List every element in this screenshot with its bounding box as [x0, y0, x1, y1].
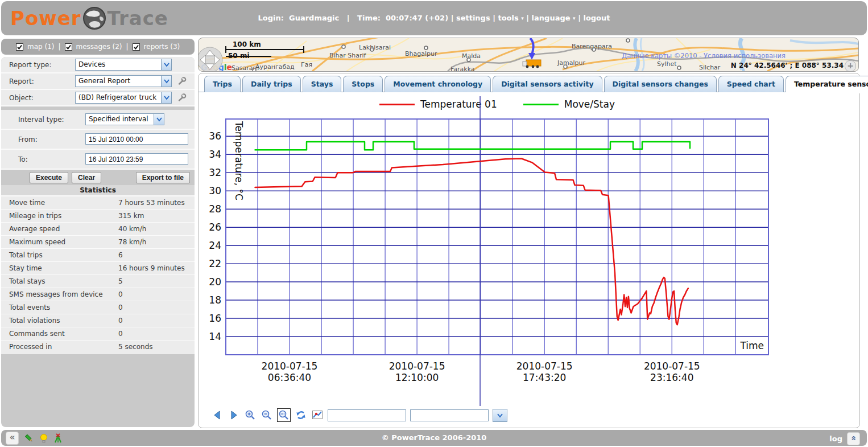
language-link[interactable]: language ▾: [532, 14, 576, 22]
stat-row: Commands sent0: [1, 327, 195, 341]
statistics-title: Statistics: [1, 185, 195, 196]
tab-digital-sensors-activity[interactable]: Digital sensors activity: [493, 76, 602, 92]
stat-value: 7 hours 53 minutes: [118, 199, 185, 207]
legend-label: Temperature 01: [420, 99, 497, 110]
expand-log-button[interactable]: «: [847, 432, 860, 445]
to-date-input[interactable]: [85, 153, 188, 165]
vehicle-marker-icon[interactable]: [523, 38, 541, 68]
mode-checkbox-map[interactable]: [16, 43, 23, 51]
svg-text:2010-07-15: 2010-07-15: [262, 360, 318, 372]
stat-label: SMS messages from device: [9, 290, 103, 298]
from-date-input[interactable]: [85, 133, 188, 145]
report-sidebar: Report type: Devices Report: General Rep…: [1, 57, 195, 427]
stat-value: 16 hours 9 minutes: [118, 264, 185, 272]
report-select[interactable]: General Report: [75, 75, 172, 87]
next-button[interactable]: [228, 409, 240, 421]
mode-checkbox-messages[interactable]: [65, 43, 72, 51]
zoom-in-button[interactable]: [244, 409, 257, 421]
map-place-label: Bhagalpur: [405, 50, 437, 58]
stat-value: 0: [118, 317, 123, 325]
stat-label: Move time: [9, 199, 45, 207]
tab-digital-sensors-changes[interactable]: Digital sensors changes: [604, 76, 717, 92]
map-place-label: Гая: [301, 61, 312, 68]
tab-temperature-sensors[interactable]: Temperature sensors: [786, 76, 868, 92]
report-type-value: Devices: [76, 59, 161, 70]
execute-button[interactable]: Execute: [30, 172, 68, 183]
report-value: General Report: [76, 76, 161, 87]
chart-range-input-1[interactable]: [328, 409, 406, 421]
map-place-label: Bihar Sharif: [329, 52, 366, 59]
object-select[interactable]: (BD) Refrigerator truck: [75, 92, 172, 104]
log-link[interactable]: log: [829, 434, 842, 443]
stat-label: Mileage in trips: [9, 212, 61, 220]
svg-text:24: 24: [209, 240, 221, 251]
chart-range-input-2[interactable]: [410, 409, 489, 421]
chevron-down-icon[interactable]: [161, 59, 171, 70]
stat-row: Stay time16 hours 9 minutes: [1, 262, 195, 275]
stat-value: 40 km/h: [118, 225, 146, 233]
statistics-table: Move time7 hours 53 minutesMileage in tr…: [1, 196, 195, 354]
stat-label: Total trips: [9, 251, 43, 259]
to-label: To:: [18, 155, 28, 163]
chart-mode-button[interactable]: [311, 409, 324, 421]
zoom-select-button[interactable]: [277, 408, 291, 422]
wrench-icon[interactable]: [177, 76, 187, 85]
mode-label-reports[interactable]: reports (3): [144, 43, 180, 51]
chevron-down-icon[interactable]: [154, 114, 164, 125]
temperature-chart[interactable]: [226, 119, 768, 355]
svg-text:26: 26: [209, 222, 221, 233]
stat-label: Stay time: [9, 264, 42, 272]
map-place-label: Silchar: [699, 64, 720, 71]
stat-row: Average speed40 km/h: [1, 223, 195, 236]
stat-row: Total violations0: [1, 314, 195, 327]
mode-label-messages[interactable]: messages (2): [76, 43, 122, 51]
tab-speed-chart[interactable]: Speed chart: [718, 76, 784, 92]
mode-checkbox-reports[interactable]: [133, 43, 140, 51]
map-place-label: Farakka: [450, 65, 475, 72]
svg-text:2010-07-15: 2010-07-15: [389, 360, 445, 372]
interval-type-value: Specified interval: [86, 114, 154, 125]
zoom-out-button[interactable]: [261, 409, 273, 421]
chart-legend: Temperature 01Move/Stay: [226, 99, 768, 110]
tab-movement-chronology[interactable]: Movement chronology: [385, 76, 491, 92]
chevron-down-icon[interactable]: [161, 76, 171, 87]
map-expand-button[interactable]: +: [845, 60, 856, 72]
settings-link[interactable]: settings: [456, 14, 490, 22]
svg-text:23:16:40: 23:16:40: [650, 372, 693, 383]
stat-label: Maximum speed: [9, 238, 65, 246]
chevron-down-icon[interactable]: [161, 92, 171, 103]
footer-bar: « © PowerTrace 2006-2010 log «: [1, 430, 867, 446]
svg-text:17:43:20: 17:43:20: [523, 372, 566, 383]
tab-daily-trips[interactable]: Daily trips: [242, 76, 301, 92]
map-pan-control[interactable]: [199, 47, 222, 71]
tab-trips[interactable]: Trips: [204, 76, 241, 92]
mode-bar: map (1)|messages (2)|reports (3): [1, 39, 195, 55]
tools-link[interactable]: tools ▾: [498, 14, 523, 22]
tab-stops[interactable]: Stops: [343, 76, 383, 92]
stat-label: Total stays: [9, 277, 46, 285]
object-value: (BD) Refrigerator truck: [76, 92, 161, 103]
chart-toolbar: [211, 407, 507, 423]
logout-link[interactable]: logout: [583, 14, 610, 22]
map-coordinates: N 24° 42.5646' ; E 088° 53.34: [731, 61, 844, 69]
interval-type-select[interactable]: Specified interval: [85, 113, 164, 125]
chevron-down-icon: ▾: [573, 15, 576, 21]
to-row: To:: [1, 150, 195, 170]
page: Power Trace Login: Guardmagic | Time: 00…: [0, 0, 868, 447]
login-label: Login:: [258, 14, 283, 22]
chart-option-dropdown[interactable]: [493, 409, 507, 422]
refresh-button[interactable]: [295, 409, 307, 421]
report-type-row: Report type: Devices: [1, 57, 195, 73]
export-to-file-button[interactable]: Export to file: [136, 172, 190, 183]
report-type-select[interactable]: Devices: [75, 59, 172, 71]
time-label: Time:: [357, 14, 381, 22]
tab-stays[interactable]: Stays: [303, 76, 342, 92]
stat-value: 315 km: [118, 212, 144, 220]
separator: |: [58, 43, 60, 51]
report-row: Report: General Report: [1, 73, 195, 90]
map-strip[interactable]: Google: [198, 38, 859, 72]
prev-button[interactable]: [211, 409, 224, 421]
wrench-icon[interactable]: [177, 93, 187, 102]
clear-button[interactable]: Clear: [72, 172, 101, 183]
mode-label-map[interactable]: map (1): [27, 43, 54, 51]
